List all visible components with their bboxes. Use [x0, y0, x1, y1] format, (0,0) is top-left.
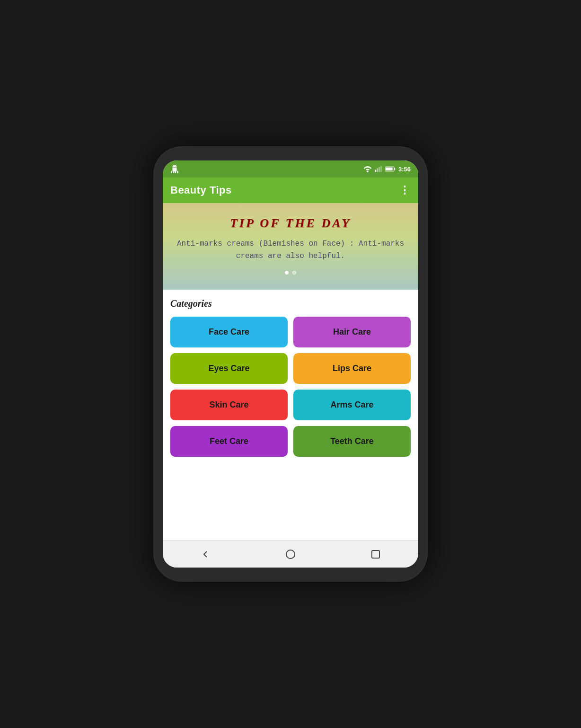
status-icons: 3:56	[363, 166, 411, 173]
feet-care-button[interactable]: Feet Care	[170, 426, 288, 457]
svg-rect-6	[386, 168, 393, 170]
battery-icon	[385, 166, 396, 172]
time-display: 3:56	[398, 166, 411, 173]
svg-point-7	[286, 550, 295, 559]
face-care-button[interactable]: Face Care	[170, 317, 288, 347]
home-icon	[285, 549, 296, 560]
teeth-care-button[interactable]: Teeth Care	[293, 426, 411, 457]
app-bar: Beauty Tips ⋮	[163, 178, 418, 203]
eyes-care-button[interactable]: Eyes Care	[170, 353, 288, 384]
dot-2[interactable]	[292, 271, 296, 275]
more-options-button[interactable]: ⋮	[399, 184, 411, 196]
recents-button[interactable]	[366, 545, 385, 564]
arms-care-button[interactable]: Arms Care	[293, 390, 411, 420]
status-bar: 3:56	[163, 160, 418, 178]
status-left	[170, 165, 179, 173]
categories-title: Categories	[170, 298, 411, 309]
home-button[interactable]	[281, 545, 300, 564]
svg-rect-0	[375, 170, 376, 172]
svg-rect-1	[377, 168, 378, 172]
screen: 3:56 Beauty Tips ⋮ TIP OF THE DAY Anti-m…	[163, 160, 418, 568]
svg-rect-3	[380, 166, 382, 172]
back-button[interactable]	[196, 545, 215, 564]
dot-1[interactable]	[285, 271, 289, 275]
svg-rect-8	[372, 550, 379, 558]
lips-care-button[interactable]: Lips Care	[293, 353, 411, 384]
back-icon	[200, 549, 211, 560]
nav-bar	[163, 540, 418, 568]
hair-care-button[interactable]: Hair Care	[293, 317, 411, 347]
tip-content: Anti-marks creams (Blemishes on Face) : …	[174, 238, 407, 262]
wifi-icon	[363, 166, 372, 172]
recents-icon	[370, 549, 381, 560]
app-title: Beauty Tips	[170, 184, 232, 196]
categories-grid: Face Care Hair Care Eyes Care Lips Care …	[170, 317, 411, 457]
device: 3:56 Beauty Tips ⋮ TIP OF THE DAY Anti-m…	[153, 146, 428, 582]
svg-rect-2	[379, 167, 380, 172]
tip-banner: TIP OF THE DAY Anti-marks creams (Blemis…	[163, 203, 418, 290]
android-icon	[170, 165, 179, 173]
carousel-dots	[174, 271, 407, 275]
tip-of-day-title: TIP OF THE DAY	[174, 216, 407, 231]
svg-rect-5	[394, 168, 395, 170]
categories-section: Categories Face Care Hair Care Eyes Care…	[163, 290, 418, 540]
skin-care-button[interactable]: Skin Care	[170, 390, 288, 420]
signal-icon	[375, 166, 382, 172]
